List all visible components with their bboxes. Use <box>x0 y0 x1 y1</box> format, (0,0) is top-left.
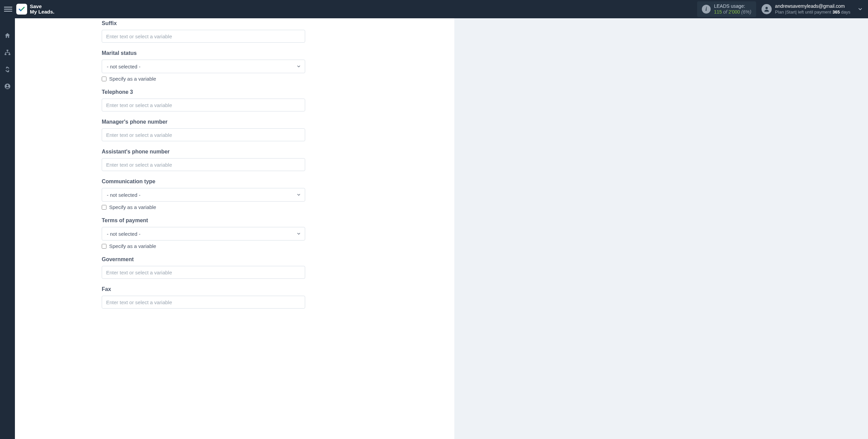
svg-point-0 <box>766 7 768 9</box>
label-marital-status: Marital status <box>102 50 305 56</box>
field-manager-phone: Manager's phone number <box>102 119 305 141</box>
select-terms-of-payment[interactable]: - not selected - <box>102 227 305 241</box>
label-fax: Fax <box>102 286 305 292</box>
label-communication-type: Communication type <box>102 179 305 185</box>
label-assistant-phone: Assistant's phone number <box>102 149 305 155</box>
leads-usage-badge[interactable]: i LEADS usage: 115 of 2'000 (6%) <box>697 1 756 17</box>
brand[interactable]: Save My Leads. <box>16 4 55 15</box>
field-government: Government <box>102 256 305 279</box>
user-menu-chevron[interactable] <box>856 5 864 13</box>
input-fax[interactable] <box>102 296 305 309</box>
select-communication-type[interactable]: - not selected - <box>102 188 305 202</box>
nav-home-icon[interactable] <box>4 32 11 39</box>
main-area: Suffix Marital status - not selected - <box>15 18 868 439</box>
select-marital-status[interactable]: - not selected - <box>102 60 305 73</box>
label-telephone3: Telephone 3 <box>102 89 305 95</box>
field-telephone3: Telephone 3 <box>102 89 305 111</box>
field-assistant-phone: Assistant's phone number <box>102 149 305 171</box>
field-communication-type: Communication type - not selected - Spe <box>102 179 305 210</box>
checkbox-label: Specify as a variable <box>109 243 156 249</box>
checkbox-communication-variable[interactable] <box>102 205 106 210</box>
user-text: andrewsavemyleads@gmail.com Plan |Start|… <box>775 3 850 15</box>
field-fax: Fax <box>102 286 305 309</box>
brand-text: Save My Leads. <box>30 4 55 15</box>
checkbox-label: Specify as a variable <box>109 76 156 82</box>
menu-toggle[interactable] <box>4 5 12 13</box>
checkbox-terms-variable[interactable] <box>102 244 106 249</box>
select-value: - not selected - <box>107 64 140 69</box>
avatar-icon <box>762 4 772 14</box>
label-manager-phone: Manager's phone number <box>102 119 305 125</box>
nav-billing-icon[interactable] <box>4 66 11 73</box>
input-government[interactable] <box>102 266 305 279</box>
label-government: Government <box>102 256 305 263</box>
user-menu[interactable]: andrewsavemyleads@gmail.com Plan |Start|… <box>762 3 850 15</box>
topbar: Save My Leads. i LEADS usage: 115 of 2'0… <box>0 0 868 18</box>
field-terms-of-payment: Terms of payment - not selected - Speci <box>102 217 305 249</box>
select-value: - not selected - <box>107 231 140 237</box>
label-terms-of-payment: Terms of payment <box>102 217 305 224</box>
select-value: - not selected - <box>107 192 140 198</box>
label-suffix: Suffix <box>102 20 305 26</box>
field-marital-status: Marital status - not selected - Specify <box>102 50 305 82</box>
leads-usage-text: LEADS usage: 115 of 2'000 (6%) <box>714 3 751 15</box>
checkbox-marital-variable[interactable] <box>102 77 106 81</box>
sidebar <box>0 18 15 439</box>
nav-account-icon[interactable] <box>4 83 11 90</box>
form-panel: Suffix Marital status - not selected - <box>15 18 454 439</box>
field-suffix: Suffix <box>102 20 305 43</box>
checkbox-label: Specify as a variable <box>109 204 156 210</box>
input-assistant-phone[interactable] <box>102 158 305 171</box>
svg-rect-1 <box>7 50 8 51</box>
svg-point-5 <box>6 85 8 86</box>
info-icon: i <box>702 5 711 14</box>
brand-logo-icon <box>16 4 27 15</box>
nav-sitemap-icon[interactable] <box>4 49 11 56</box>
svg-rect-3 <box>8 54 10 55</box>
input-manager-phone[interactable] <box>102 128 305 141</box>
svg-rect-2 <box>5 54 6 55</box>
input-telephone3[interactable] <box>102 99 305 111</box>
input-suffix[interactable] <box>102 30 305 43</box>
